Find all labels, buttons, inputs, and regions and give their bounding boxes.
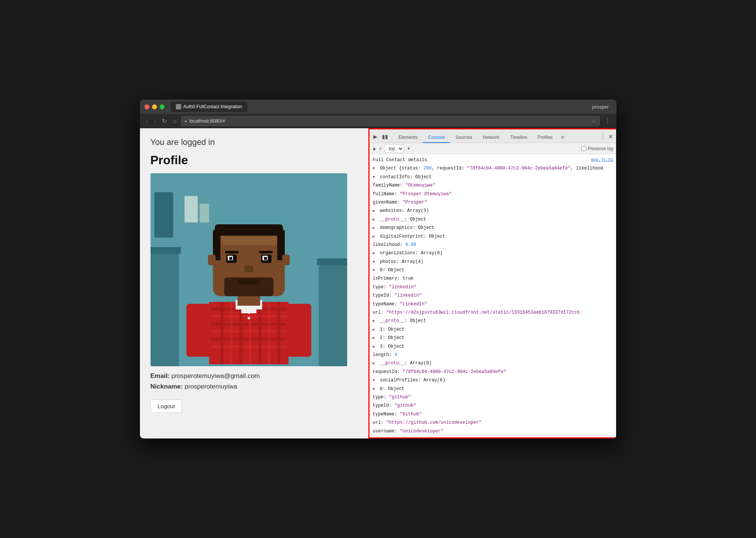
console-line: contactInfo: Object (369, 173, 616, 181)
console-text: likelihood: 0.98 (373, 241, 613, 249)
expand-arrow[interactable] (373, 359, 377, 367)
expand-arrow[interactable] (373, 258, 377, 266)
console-text: url: "https://d2ojpxxtu63wzl.cloudfront.… (373, 309, 613, 316)
console-text: Object {status: 200, requestId: "78f84c0… (373, 165, 613, 172)
console-text: typeName: "LinkedIn" (373, 300, 613, 308)
console-line: 0: Object (369, 385, 616, 393)
console-clear-button[interactable]: ● (373, 146, 376, 152)
console-toolbar: ● ▿ top ▼ Preserve log (369, 143, 616, 154)
tab-elements[interactable]: Elements (393, 132, 423, 143)
tab-network[interactable]: Network (477, 132, 505, 143)
context-arrow: ▼ (407, 146, 411, 151)
menu-button[interactable]: ⋮ (603, 117, 612, 125)
svg-rect-40 (282, 255, 290, 265)
devtools-controls: ⋮ ✕ (600, 133, 613, 143)
title-bar: Auth0 FullContact Integration prosper (140, 100, 616, 114)
preserve-log: Preserve log (581, 146, 613, 151)
console-line: websites: Array(3) (369, 207, 616, 215)
console-text: givenName: "Prosper" (373, 199, 613, 206)
devtools-settings-button[interactable]: ⋮ (600, 133, 606, 140)
expand-arrow[interactable] (373, 224, 377, 232)
expand-arrow[interactable] (373, 233, 377, 240)
tab-timeline[interactable]: Timeline (505, 132, 532, 143)
svg-rect-46 (248, 317, 250, 319)
devtools-tab-icons: ▶ ▮▮ (373, 133, 389, 143)
console-text: 2: Object (373, 334, 613, 342)
console-line: __proto__: Array(0) (369, 359, 616, 367)
maximize-button[interactable] (160, 104, 165, 109)
svg-rect-45 (248, 311, 250, 314)
svg-rect-4 (317, 258, 347, 265)
expand-arrow[interactable] (373, 376, 377, 384)
console-text: type: "github" (373, 393, 613, 401)
logout-button[interactable]: Logout (151, 400, 182, 413)
forward-button[interactable]: › (152, 117, 157, 125)
browser-tab-active[interactable]: Auth0 FullContact Integration (171, 101, 247, 112)
console-text: typeName: "Github" (373, 410, 613, 418)
console-line: Object {status: 200, requestId: "78f84c0… (369, 164, 616, 173)
devtools-close-button[interactable]: ✕ (608, 133, 613, 140)
expand-arrow[interactable] (373, 385, 377, 393)
svg-rect-43 (225, 251, 239, 253)
expand-arrow[interactable] (373, 249, 377, 257)
console-line: __proto__: Object (369, 317, 616, 325)
console-text: digitalFootprint: Object (373, 233, 613, 240)
expand-arrow[interactable] (373, 216, 377, 223)
console-text: __proto__: Array(0) (373, 359, 613, 367)
preserve-log-checkbox[interactable] (581, 146, 586, 151)
svg-rect-5 (154, 192, 173, 238)
console-line: __proto__: Object (369, 435, 616, 437)
console-text: type: "linkedin" (373, 283, 613, 291)
console-text: typeId: "linkedin" (373, 292, 613, 299)
back-button[interactable]: ‹ (144, 117, 149, 125)
console-context-select[interactable]: top (385, 145, 404, 153)
console-text: fullName: "Prosper Otemuyiwa" (373, 190, 613, 198)
console-text: contactInfo: Object (373, 173, 613, 181)
email-label: Email: (151, 372, 172, 379)
svg-rect-31 (229, 257, 232, 260)
address-bar[interactable]: ● localhost:8080/# ☆ (181, 116, 600, 126)
more-tabs-button[interactable]: » (558, 131, 567, 143)
nickname-line: Nickname: prosperotemuyiwa (151, 383, 358, 390)
inspect-element-button[interactable]: ▶ (373, 133, 378, 140)
traffic-lights (144, 104, 165, 109)
console-text: 0: Object (373, 385, 613, 393)
svg-rect-42 (287, 304, 311, 357)
expand-arrow[interactable] (373, 266, 377, 274)
svg-rect-41 (186, 304, 211, 357)
console-source[interactable]: app.js:51 (591, 156, 613, 164)
expand-arrow[interactable] (373, 165, 377, 172)
tab-profiles[interactable]: Profiles (532, 132, 558, 143)
console-text: Full Contact details (373, 156, 588, 164)
tab-sources[interactable]: Sources (450, 132, 477, 143)
console-text: typeId: "github" (373, 402, 613, 409)
expand-arrow[interactable] (373, 173, 377, 181)
console-text: isPrimary: true (373, 275, 613, 282)
home-button[interactable]: ⌂ (171, 117, 178, 125)
console-filter-button[interactable]: ▿ (379, 146, 382, 152)
expand-arrow[interactable] (373, 334, 377, 342)
expand-arrow[interactable] (373, 436, 377, 437)
expand-arrow[interactable] (373, 343, 377, 350)
expand-arrow[interactable] (373, 326, 377, 333)
device-mode-button[interactable]: ▮▮ (381, 133, 389, 140)
email-line: Email: prosperotemuyiwa@gmail.com (151, 372, 358, 380)
tab-console[interactable]: Console (423, 132, 450, 143)
console-line: requestId: "78f84c04-4000-47c2-904c-2ebe… (369, 368, 616, 376)
expand-arrow[interactable] (373, 207, 377, 215)
svg-rect-7 (200, 204, 209, 222)
expand-arrow[interactable] (373, 317, 377, 325)
console-line: familyName: "Otemuyiwa" (369, 181, 616, 190)
nickname-value: prosperotemuyiwa (185, 383, 237, 390)
console-line: Full Contact details app.js:51 (369, 156, 616, 164)
svg-rect-20 (268, 302, 270, 364)
console-line: socialProfiles: Array(6) (369, 376, 616, 384)
minimize-button[interactable] (152, 104, 157, 109)
bookmark-icon[interactable]: ☆ (591, 118, 596, 124)
close-button[interactable] (144, 104, 149, 109)
console-line: url: "https://d2ojpxxtu63wzl.cloudfront.… (369, 308, 616, 317)
profile-heading: Profile (151, 153, 358, 167)
svg-rect-1 (151, 249, 179, 366)
refresh-button[interactable]: ↻ (160, 117, 168, 125)
console-text: __proto__: Object (373, 317, 613, 325)
